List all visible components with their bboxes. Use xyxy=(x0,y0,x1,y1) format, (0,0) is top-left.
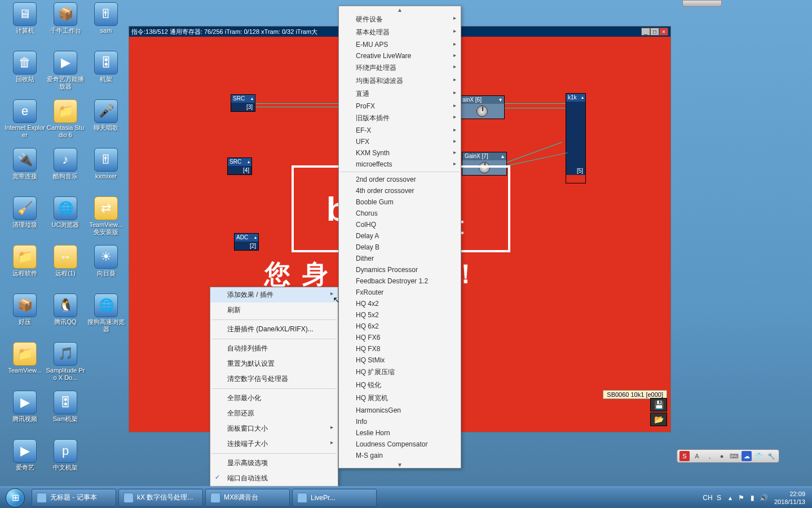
submenu-category[interactable]: E-MU APS xyxy=(339,39,461,50)
node-gainx-6[interactable]: ainX [6]▾ xyxy=(460,95,505,119)
submenu-category[interactable]: microeffects xyxy=(339,159,461,170)
submenu-plugin[interactable]: Dither xyxy=(339,253,461,264)
submenu-plugin[interactable]: ColHQ xyxy=(339,219,461,230)
desktop-icon[interactable]: 🧹清理垃圾 xyxy=(5,196,45,243)
start-button[interactable]: ⊞ xyxy=(0,487,30,509)
node-src-3[interactable]: SRC▴ [3] xyxy=(231,94,255,112)
ime-skin-icon[interactable]: 👕 xyxy=(754,451,764,461)
submenu-category[interactable]: 均衡器和滤波器 xyxy=(339,75,461,87)
tray-ime-icon[interactable]: S xyxy=(714,493,723,502)
submenu-category[interactable]: 环绕声处理器 xyxy=(339,62,461,75)
desktop-icon[interactable]: 🎛Sam机架 xyxy=(45,391,86,437)
submenu-category[interactable]: ProFX xyxy=(339,100,461,112)
node-src-4[interactable]: SRC▴ [4] xyxy=(227,157,252,175)
menu-item[interactable]: 刷新 xyxy=(210,303,338,318)
submenu-plugin[interactable]: Chorus xyxy=(339,208,461,219)
desktop-icon[interactable]: 🌐搜狗高速浏览器 xyxy=(86,294,126,340)
submenu-plugin[interactable]: 2nd order crossover xyxy=(339,174,461,185)
submenu-plugin[interactable]: Delay B xyxy=(339,242,461,253)
submenu-plugin[interactable]: HarmonicsGen xyxy=(339,405,461,416)
ime-mode-icon[interactable]: A xyxy=(692,451,702,461)
desktop-icon[interactable]: 🖥计算机 xyxy=(5,2,45,49)
language-bar[interactable]: S A ， ● ⌨ ☁ 👕 🔧 xyxy=(677,449,779,463)
submenu-plugin[interactable]: HQ 锐化 xyxy=(339,379,461,392)
submenu-plugin[interactable]: FxRouter xyxy=(339,287,461,298)
tray-vol-icon[interactable]: 🔊 xyxy=(760,493,769,502)
desktop-icon[interactable]: eInternet Explorer xyxy=(5,99,45,146)
submenu-plugin[interactable]: HQ StMix xyxy=(339,354,461,366)
submenu-plugin[interactable]: Dynamics Processor xyxy=(339,264,461,275)
submenu-plugin[interactable]: Leslie Horn xyxy=(339,427,461,439)
submenu-category[interactable]: Creative LiveWare xyxy=(339,50,461,62)
submenu-plugin[interactable]: Booble Gum xyxy=(339,196,461,208)
menu-item[interactable]: 全部还原 xyxy=(210,406,338,421)
desktop-icon[interactable]: 📦好压 xyxy=(5,294,45,340)
submenu-category[interactable]: 硬件设备 xyxy=(339,13,461,26)
desktop-icon[interactable]: ↔远程(1) xyxy=(45,245,86,291)
submenu-category[interactable]: KXM Synth xyxy=(339,147,461,159)
menu-item[interactable]: 面板窗口大小 xyxy=(210,421,338,436)
plugin-submenu[interactable]: ▲ 硬件设备基本处理器E-MU APSCreative LiveWare环绕声处… xyxy=(338,6,461,468)
tray-shield-icon[interactable]: ⚑ xyxy=(737,493,746,502)
menu-item[interactable]: 显示高级选项 xyxy=(210,456,338,471)
submenu-plugin[interactable]: HQ 5x2 xyxy=(339,309,461,321)
desktop-icon[interactable]: 📁Camtasia Studio 6 xyxy=(45,99,86,146)
taskbar-button[interactable]: LivePr... xyxy=(292,489,377,507)
menu-item[interactable]: 连接端子大小 xyxy=(210,436,338,452)
scroll-down-icon[interactable]: ▼ xyxy=(339,461,461,468)
desktop-icon[interactable]: ⇄TeamView... 免安装版 xyxy=(86,196,126,243)
submenu-plugin[interactable]: Delay A xyxy=(339,230,461,242)
desktop-icon[interactable]: ☀向日葵 xyxy=(86,245,126,291)
ime-punct-icon[interactable]: ， xyxy=(704,451,714,461)
taskbar-button[interactable]: MX8调音台 xyxy=(205,489,290,507)
top-float-bar[interactable] xyxy=(682,0,722,7)
submenu-category[interactable]: 基本处理器 xyxy=(339,26,461,39)
save-icon[interactable]: 💾 xyxy=(650,398,667,411)
desktop-icon[interactable]: ♪酷狗音乐 xyxy=(45,148,86,194)
ime-icon[interactable]: S xyxy=(679,451,690,461)
menu-item[interactable]: 添加效果 / 插件 xyxy=(210,287,338,303)
submenu-plugin[interactable]: 4th order crossover xyxy=(339,185,461,196)
submenu-plugin[interactable]: HQ 扩展压缩 xyxy=(339,366,461,379)
submenu-category[interactable]: UFX xyxy=(339,136,461,147)
node-k1k[interactable]: k1k▴ [5] xyxy=(566,93,586,183)
desktop-icon[interactable]: 🎚sam xyxy=(86,2,126,49)
desktop-icon[interactable]: 🎛机架 xyxy=(86,51,126,97)
ime-softkb-icon[interactable]: ⌨ xyxy=(729,451,739,461)
desktop-icon[interactable]: ▶爱奇艺 xyxy=(5,439,45,485)
menu-item[interactable]: 端口自动连线✓ xyxy=(210,471,338,486)
submenu-plugin[interactable]: HQ 6x2 xyxy=(339,321,461,332)
tray-up-icon[interactable]: ▴ xyxy=(726,493,735,502)
desktop-icon[interactable]: 🐧腾讯QQ xyxy=(45,294,86,340)
ime-status-icon[interactable]: ● xyxy=(717,451,727,461)
tray-lang[interactable]: CH xyxy=(703,493,712,502)
submenu-plugin[interactable]: Info xyxy=(339,416,461,427)
submenu-plugin[interactable]: HQ 4x2 xyxy=(339,298,461,309)
submenu-plugin[interactable]: HQ 展宽机 xyxy=(339,392,461,405)
menu-item[interactable]: 全部最小化 xyxy=(210,391,338,406)
submenu-plugin[interactable]: Feedback Destroyer 1.2 xyxy=(339,275,461,287)
menu-item[interactable]: 清空数字信号处理器 xyxy=(210,371,338,387)
submenu-category[interactable]: 旧版本插件 xyxy=(339,112,461,125)
submenu-plugin[interactable]: M-S gain xyxy=(339,450,461,461)
menu-item[interactable]: 自动排列插件 xyxy=(210,341,338,356)
close-button[interactable]: × xyxy=(659,28,668,36)
tray-clock[interactable]: 22:09 2018/11/13 xyxy=(771,490,809,506)
desktop-icon[interactable]: 🔌宽带连接 xyxy=(5,148,45,194)
scroll-up-icon[interactable]: ▲ xyxy=(339,6,461,13)
submenu-plugin[interactable]: Loudness Compensator xyxy=(339,439,461,450)
maximize-button[interactable]: □ xyxy=(650,28,659,36)
taskbar-button[interactable]: 无标题 - 记事本 xyxy=(32,489,116,507)
submenu-category[interactable]: EF-X xyxy=(339,125,461,136)
desktop-icon[interactable]: 🗑回收站 xyxy=(5,51,45,97)
desktop-icon[interactable]: 📁TeamView... xyxy=(5,342,45,388)
taskbar-button[interactable]: kX 数字信号处理... xyxy=(118,489,203,507)
tray-net-icon[interactable]: ▮ xyxy=(748,493,757,502)
submenu-category[interactable]: 直通 xyxy=(339,87,461,100)
desktop-icon[interactable]: 🎵Samplitude Pro X Do... xyxy=(45,342,86,388)
desktop-icon[interactable]: 🌐UC浏览器 xyxy=(45,196,86,243)
folder-open-icon[interactable]: 📂 xyxy=(650,413,667,426)
minimize-button[interactable]: _ xyxy=(641,28,650,36)
menu-item[interactable]: 重置为默认设置 xyxy=(210,356,338,371)
gain-knob[interactable] xyxy=(476,106,488,117)
